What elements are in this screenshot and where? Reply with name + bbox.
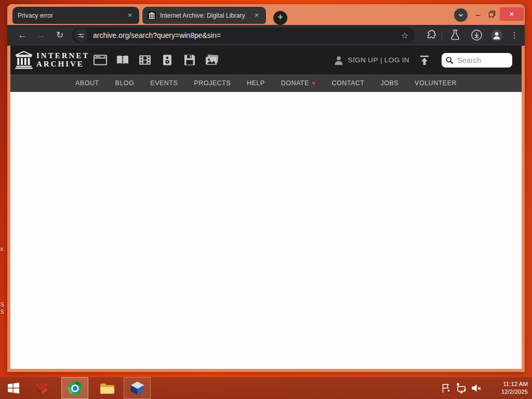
extensions-button[interactable] [425,29,437,42]
archive-favicon-icon [148,11,156,20]
search-icon [445,56,454,64]
toolbar-divider [442,31,442,39]
taskbar-clock[interactable]: 11:12 AM 12/2/2025 [491,380,528,396]
file-explorer-button[interactable] [97,377,117,399]
tab-search-button[interactable] [454,8,468,22]
nav-help[interactable]: HELP [247,79,265,87]
archive-wordmark[interactable]: INTERNET ARCHIVE [36,51,89,68]
nav-about[interactable]: ABOUT [75,79,99,87]
system-tray [441,377,482,399]
tab-privacy-error[interactable]: Privacy error × [12,7,139,24]
bookmark-star-icon[interactable]: ☆ [401,31,408,41]
archive-header: INTERNET ARCHIVE [10,46,522,74]
restore-button[interactable] [488,10,498,19]
tune-icon [77,32,85,39]
start-button[interactable] [3,377,24,399]
virtualbox-icon [129,380,145,396]
tab-title: Internet Archive: Digital Library [160,12,248,19]
downloads-button[interactable] [471,29,483,42]
audio-icon[interactable] [161,54,174,66]
address-bar[interactable]: archive.org/search?query=win8pe&sin= ☆ [72,28,415,43]
nav-donate[interactable]: DONATE ♥ [281,79,316,87]
puzzle-icon [425,29,436,41]
volume-muted-icon[interactable] [471,382,482,394]
site-settings-button[interactable] [74,29,88,42]
chrome-icon [67,380,83,396]
forward-button[interactable]: → [34,29,48,42]
page-viewport: INTERNET ARCHIVE [10,46,522,369]
empty-results-area [10,92,522,369]
back-button[interactable]: ← [16,29,29,42]
folder-icon [99,382,115,395]
tab-strip: Privacy error × Internet Archive: Digita… [7,4,525,25]
nav-events[interactable]: EVENTS [150,79,178,87]
minimize-button[interactable]: – [473,10,483,20]
new-tab-button[interactable]: + [273,11,287,25]
wordmark-line-1: INTERNET [36,51,89,60]
nav-blog[interactable]: BLOG [115,79,135,87]
browser-menu-button[interactable]: ⋮ [509,29,520,42]
download-icon [471,29,483,41]
browser-window: Privacy error × Internet Archive: Digita… [7,4,525,372]
taskbar: 11:12 AM 12/2/2025 [0,377,532,399]
heart-icon: ♥ [312,79,316,87]
virtualbox-taskbar-button[interactable] [124,377,151,399]
profile-button[interactable] [490,29,503,42]
red-box-app-button[interactable] [31,377,52,399]
action-center-flag-icon[interactable] [441,382,452,394]
chevron-down-icon [458,12,464,18]
nav-donate-label: DONATE [281,79,309,87]
reload-button[interactable]: ↻ [53,29,66,42]
url-text[interactable]: archive.org/search?query=win8pe&sin= [93,31,401,39]
tab-title: Privacy error [18,12,122,19]
avatar [490,29,503,42]
texts-icon[interactable] [116,54,129,66]
restore-icon [488,10,496,18]
desktop-icon-label-fragment: s [1,246,3,252]
video-icon[interactable] [138,54,152,66]
nav-volunteer[interactable]: VOLUNTEER [415,79,457,87]
desktop: s S S Privacy error × Internet Archive: … [0,0,532,399]
media-type-icons [94,46,219,74]
nav-projects[interactable]: PROJECTS [194,79,231,87]
signup-login-link[interactable]: SIGN UP | LOG IN [348,56,409,64]
nav-contact[interactable]: CONTACT [331,79,364,87]
desktop-icon-label-fragment: S [1,302,4,308]
images-icon[interactable] [205,54,219,66]
wordmark-line-2: ARCHIVE [36,60,89,68]
internet-archive-logo[interactable] [15,50,33,70]
archive-header-right: SIGN UP | LOG IN [334,46,512,74]
flask-icon [450,29,460,41]
nav-jobs[interactable]: JOBS [380,79,398,87]
web-icon[interactable] [94,54,107,66]
close-button[interactable]: × [500,7,524,21]
clock-date: 12/2/2025 [491,388,528,396]
browser-toolbar: ← → ↻ archive.org/search?query=win8pe&si… [7,25,525,46]
desktop-icon-label-fragment: S [1,309,4,315]
software-icon[interactable] [183,54,196,66]
tab-close-icon[interactable]: × [252,11,261,20]
archive-nav: ABOUT BLOG EVENTS PROJECTS HELP DONATE ♥… [10,74,522,92]
network-icon[interactable] [456,382,467,394]
chrome-taskbar-button[interactable] [61,377,88,399]
windows-logo-icon [7,382,20,394]
labs-button[interactable] [450,29,462,42]
tab-close-icon[interactable]: × [126,11,134,20]
clock-time: 11:12 AM [491,380,528,388]
upload-icon[interactable] [419,55,430,65]
archive-search [442,53,512,68]
red-box-app-icon [34,380,49,396]
tab-internet-archive[interactable]: Internet Archive: Digital Library × [142,7,266,24]
person-icon [334,55,344,65]
